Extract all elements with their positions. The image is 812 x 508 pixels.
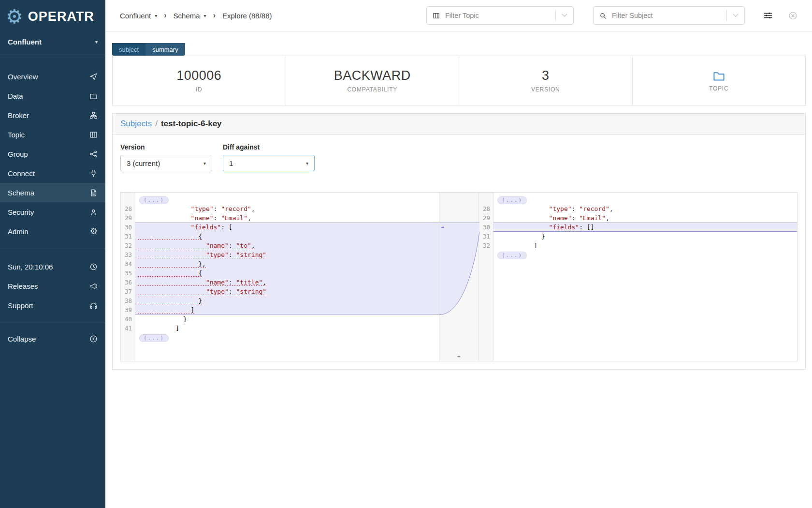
columns-icon <box>89 131 98 139</box>
code-line: "type": "string" <box>135 287 439 296</box>
folder-icon <box>89 92 98 100</box>
sidebar-item-label: Overview <box>8 73 38 81</box>
sidebar-item-label: Topic <box>8 131 25 139</box>
code-line: "name": "Email", <box>135 213 439 223</box>
diff-against-control: Diff against 1 ▾ <box>223 143 315 171</box>
chevron-down-icon: ▾ <box>204 13 206 18</box>
diff-left-row: (...) <box>121 195 439 204</box>
code-line: ] <box>135 305 439 314</box>
diff-left-row: 37 "type": "string" <box>121 287 439 296</box>
diff-connector: → ⇔ <box>439 193 479 361</box>
breadcrumb-item-explore: Explore (88/88) <box>222 12 272 20</box>
code-line: "name": "Email", <box>493 213 797 223</box>
collapse-label: Collapse <box>8 335 36 343</box>
line-number <box>479 250 493 259</box>
collapsed-lines-badge[interactable]: (...) <box>497 252 527 259</box>
diff-left-row: 35 { <box>121 269 439 278</box>
breadcrumb-item-confluent[interactable]: Confluent▾ <box>120 12 157 20</box>
diff-against-select[interactable]: 1 ▾ <box>223 155 315 171</box>
sidebar-item-label: Broker <box>8 111 29 120</box>
view-tabs: subjectsummary <box>112 43 806 56</box>
version-select[interactable]: 3 (current) ▾ <box>120 155 212 171</box>
filter-subject-dropdown-toggle[interactable] <box>727 7 744 24</box>
sidebar-collapse-button[interactable]: Collapse <box>0 329 105 348</box>
sidebar-item-label: Support <box>8 301 33 310</box>
filter-subject-input[interactable] <box>593 6 745 25</box>
sidebar-item-data[interactable]: Data <box>0 86 105 105</box>
line-number: 29 <box>121 213 135 223</box>
filter-topic-input[interactable] <box>426 6 574 25</box>
filter-topic-field[interactable] <box>444 11 555 20</box>
tab-summary[interactable]: summary <box>145 43 185 56</box>
code-line: "name": "title", <box>135 278 439 287</box>
logo: ⚙ OPERATR <box>0 0 105 31</box>
line-number: 30 <box>479 223 493 232</box>
headphones-icon <box>89 301 98 310</box>
clear-filters-icon[interactable] <box>788 11 798 20</box>
cluster-selector[interactable]: Confluent ▾ <box>0 31 105 52</box>
collapsed-lines: (...) <box>135 195 439 204</box>
sidebar-item-connect[interactable]: Connect <box>0 164 105 183</box>
collapsed-lines-badge[interactable]: (...) <box>139 334 169 342</box>
collapsed-lines-badge[interactable]: (...) <box>139 196 169 204</box>
collapsed-lines: (...) <box>135 333 439 342</box>
line-number: 35 <box>121 269 135 278</box>
chevron-circle-left-icon <box>89 335 98 343</box>
breadcrumb-chevron-icon: › <box>213 11 216 20</box>
sidebar-item-releases[interactable]: Releases <box>0 276 105 296</box>
subjects-link[interactable]: Subjects <box>120 119 152 128</box>
sidebar-item-overview[interactable]: Overview <box>0 67 105 86</box>
diff-right-row: (...) <box>479 250 797 259</box>
chevron-down-icon: ▾ <box>203 161 206 166</box>
filter-subject-field[interactable] <box>611 11 726 20</box>
gear-icon: ⚙ <box>90 227 98 236</box>
folder-icon <box>712 69 725 82</box>
share-icon <box>89 150 98 158</box>
breadcrumb-label: Confluent <box>120 12 151 20</box>
diff-chunk-arrow-icon[interactable]: → <box>441 223 444 232</box>
diff-right-row: 29 "name": "Email", <box>479 213 797 223</box>
line-number: 40 <box>121 314 135 324</box>
collapsed-lines-badge[interactable]: (...) <box>497 196 527 204</box>
breadcrumb-label: Explore (88/88) <box>222 12 272 20</box>
chevron-down-icon <box>562 12 567 17</box>
tab-label: subject <box>119 46 139 53</box>
sidebar-item-label: Group <box>8 150 28 158</box>
code-line: }, <box>135 259 439 269</box>
diff-left-row: 34 }, <box>121 259 439 269</box>
filter-topic-dropdown-toggle[interactable] <box>556 7 573 24</box>
tab-subject[interactable]: subject <box>112 43 145 56</box>
collapsed-lines: (...) <box>493 195 797 204</box>
chevron-down-icon: ▾ <box>155 13 157 18</box>
sidebar-item-security[interactable]: Security <box>0 202 105 222</box>
sidebar-item-topic[interactable]: Topic <box>0 125 105 144</box>
chevron-down-icon <box>733 12 738 17</box>
sidebar-item-group[interactable]: Group <box>0 144 105 164</box>
diff-right-row: 32 ] <box>479 241 797 250</box>
sidebar-item-clock[interactable]: Sun, 20:10:06 <box>0 257 105 276</box>
topbar-controls <box>426 6 798 25</box>
stat-id: 100006ID <box>113 56 286 105</box>
code-line: ] <box>493 241 797 250</box>
sidebar-item-broker[interactable]: Broker <box>0 105 105 125</box>
diff-left-row: 31 { <box>121 232 439 241</box>
scroll-lock-icon[interactable]: ⇔ <box>457 353 461 359</box>
sidebar-item-admin[interactable]: Admin⚙ <box>0 222 105 241</box>
code-line: ] <box>135 324 439 333</box>
version-label: Version <box>120 143 212 151</box>
send-icon <box>89 73 98 81</box>
diff-right-pane: (...)28 "type": "record",29 "name": "Ema… <box>479 193 797 361</box>
diff-left-row: 32 "name": "to", <box>121 241 439 250</box>
sidebar-item-label: Connect <box>8 169 35 178</box>
stat-value: 3 <box>542 68 550 83</box>
sidebar-item-support[interactable]: Support <box>0 296 105 315</box>
sidebar-nav: OverviewDataBrokerTopicGroupConnectSchem… <box>0 67 105 241</box>
filter-settings-icon[interactable] <box>763 11 773 20</box>
breadcrumb-item-schema[interactable]: Schema▾ <box>174 12 206 20</box>
diff-right-row: 31 } <box>479 232 797 241</box>
stat-label: VERSION <box>531 86 560 93</box>
code-line: "fields": [ <box>135 223 439 232</box>
content: subjectsummary 100006IDBACKWARDCOMPATABI… <box>105 31 812 508</box>
subject-name: test-topic-6-key <box>161 119 222 128</box>
sidebar-item-schema[interactable]: Schema <box>0 183 105 202</box>
